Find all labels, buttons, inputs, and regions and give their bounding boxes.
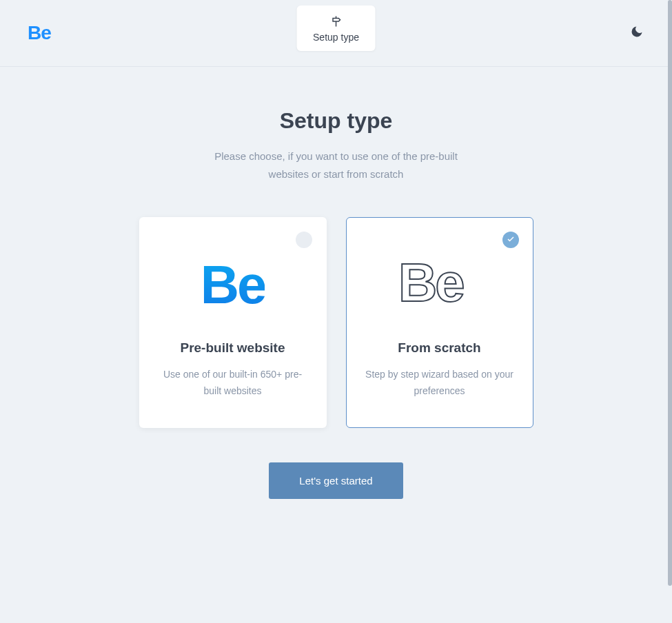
logo: Be (28, 22, 51, 44)
card-title: Pre-built website (180, 340, 285, 356)
moon-icon (630, 25, 644, 41)
header: Be Setup type (0, 0, 672, 67)
dark-mode-toggle[interactable] (629, 25, 644, 41)
tab-label: Setup type (313, 32, 359, 43)
scrollbar[interactable] (668, 0, 672, 623)
main-content: Setup type Please choose, if you want to… (0, 67, 672, 499)
signpost-icon (330, 15, 343, 28)
page-title: Setup type (280, 108, 393, 134)
card-description: Use one of our built-in 650+ pre-built w… (156, 367, 309, 400)
page-subtitle: Please choose, if you want to use one of… (212, 147, 460, 183)
from-scratch-card[interactable]: Be From scratch Step by step wizard base… (346, 217, 533, 428)
card-description: Step by step wizard based on your prefer… (363, 367, 516, 400)
setup-type-tab[interactable]: Setup type (296, 6, 376, 51)
scrollbar-thumb[interactable] (668, 0, 672, 586)
get-started-button[interactable]: Let's get started (269, 462, 403, 499)
radio-indicator-checked (502, 232, 519, 248)
scratch-logo-image: Be (398, 254, 481, 316)
check-icon (507, 234, 515, 246)
radio-indicator (296, 232, 312, 248)
card-title: From scratch (398, 340, 480, 356)
svg-text:Be: Be (398, 256, 463, 313)
option-cards: Be Pre-built website Use one of our buil… (139, 217, 533, 428)
prebuilt-website-card[interactable]: Be Pre-built website Use one of our buil… (139, 217, 327, 428)
prebuilt-logo-image: Be (192, 254, 274, 316)
